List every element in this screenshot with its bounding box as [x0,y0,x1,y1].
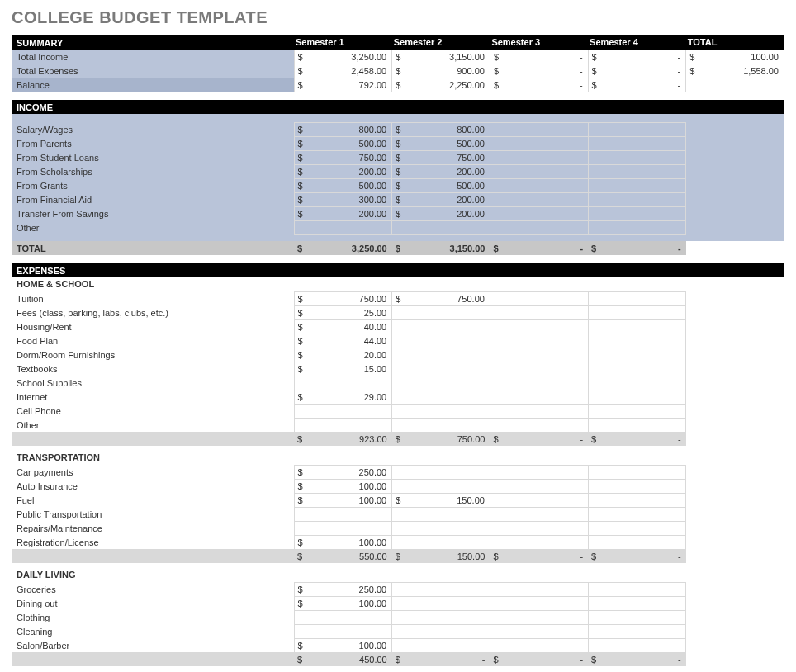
money-cell[interactable] [490,493,588,507]
money-cell[interactable] [490,390,588,404]
money-cell[interactable] [490,479,588,493]
money-cell[interactable] [294,418,392,432]
money-cell[interactable] [392,404,490,418]
money-cell[interactable]: $500.00 [294,178,392,192]
money-cell[interactable] [392,507,490,521]
money-cell[interactable]: $250.00 [294,582,392,596]
money-cell[interactable] [490,319,588,334]
money-cell[interactable] [588,404,686,418]
money-cell[interactable] [588,136,686,150]
money-cell[interactable] [490,582,588,596]
money-cell[interactable] [490,150,588,164]
money-cell[interactable] [490,334,588,348]
money-cell[interactable] [392,390,490,404]
money-cell[interactable] [588,596,686,610]
money-cell[interactable] [588,638,686,652]
money-cell[interactable] [490,164,588,178]
money-cell[interactable]: $750.00 [294,150,392,164]
money-cell[interactable] [588,535,686,549]
money-cell[interactable]: $20.00 [294,348,392,362]
money-cell[interactable] [588,479,686,493]
money-cell[interactable] [490,638,588,652]
money-cell[interactable] [588,362,686,376]
money-cell[interactable] [294,521,392,535]
money-cell[interactable] [588,348,686,362]
money-cell[interactable]: $100.00 [294,479,392,493]
money-cell[interactable]: $500.00 [392,178,490,192]
money-cell[interactable] [490,348,588,362]
money-cell[interactable] [392,319,490,334]
money-cell[interactable] [294,404,392,418]
money-cell[interactable]: $750.00 [392,150,490,164]
money-cell[interactable]: $800.00 [294,122,392,136]
money-cell[interactable]: $250.00 [294,465,392,479]
money-cell[interactable] [294,610,392,624]
money-cell[interactable]: $300.00 [294,192,392,206]
money-cell[interactable] [490,404,588,418]
money-cell[interactable] [392,305,490,319]
money-cell[interactable] [392,596,490,610]
money-cell[interactable] [392,638,490,652]
money-cell[interactable] [490,418,588,432]
money-cell[interactable]: $800.00 [392,122,490,136]
money-cell[interactable]: $100.00 [294,638,392,652]
money-cell[interactable] [294,507,392,521]
money-cell[interactable]: $200.00 [392,206,490,220]
money-cell[interactable]: $100.00 [294,596,392,610]
money-cell[interactable] [490,507,588,521]
money-cell[interactable] [588,507,686,521]
money-cell[interactable] [392,535,490,549]
money-cell[interactable] [294,220,392,234]
money-cell[interactable] [392,376,490,390]
money-cell[interactable] [392,418,490,432]
money-cell[interactable] [588,220,686,234]
money-cell[interactable] [588,521,686,535]
money-cell[interactable] [588,122,686,136]
money-cell[interactable] [588,610,686,624]
money-cell[interactable] [490,192,588,206]
money-cell[interactable] [588,493,686,507]
money-cell[interactable] [490,178,588,192]
money-cell[interactable] [392,220,490,234]
money-cell[interactable]: $100.00 [294,493,392,507]
money-cell[interactable]: $750.00 [294,291,392,305]
money-cell[interactable] [588,319,686,334]
money-cell[interactable] [588,465,686,479]
money-cell[interactable]: $15.00 [294,362,392,376]
money-cell[interactable] [588,305,686,319]
money-cell[interactable] [490,206,588,220]
money-cell[interactable] [588,334,686,348]
money-cell[interactable]: $500.00 [294,136,392,150]
money-cell[interactable]: $40.00 [294,319,392,334]
money-cell[interactable] [490,521,588,535]
money-cell[interactable] [490,305,588,319]
money-cell[interactable] [392,348,490,362]
money-cell[interactable] [588,291,686,305]
money-cell[interactable] [490,596,588,610]
money-cell[interactable] [392,465,490,479]
money-cell[interactable] [490,220,588,234]
money-cell[interactable]: $44.00 [294,334,392,348]
money-cell[interactable]: $200.00 [392,192,490,206]
money-cell[interactable] [588,418,686,432]
money-cell[interactable] [294,624,392,638]
money-cell[interactable]: $200.00 [294,206,392,220]
money-cell[interactable] [490,610,588,624]
money-cell[interactable] [588,178,686,192]
money-cell[interactable] [588,390,686,404]
money-cell[interactable] [392,362,490,376]
money-cell[interactable] [392,610,490,624]
money-cell[interactable]: $500.00 [392,136,490,150]
money-cell[interactable] [588,206,686,220]
money-cell[interactable] [392,479,490,493]
money-cell[interactable] [490,362,588,376]
money-cell[interactable] [294,376,392,390]
money-cell[interactable] [588,376,686,390]
money-cell[interactable] [490,291,588,305]
money-cell[interactable] [392,334,490,348]
money-cell[interactable]: $200.00 [392,164,490,178]
money-cell[interactable]: $750.00 [392,291,490,305]
money-cell[interactable]: $100.00 [294,535,392,549]
money-cell[interactable] [490,535,588,549]
money-cell[interactable]: $25.00 [294,305,392,319]
